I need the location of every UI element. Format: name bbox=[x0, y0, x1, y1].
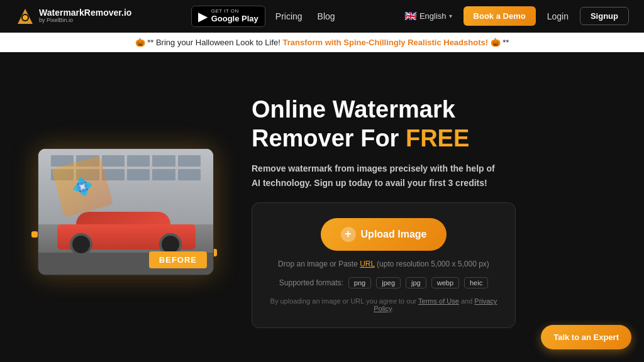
hero-title-line2: Remover For bbox=[252, 125, 406, 151]
navbar: WatermarkRemover.io by PixelBin.io ▶ GET… bbox=[0, 0, 644, 33]
format-webp: webp bbox=[431, 277, 459, 288]
promo-banner: 🎃 ** Bring your Halloween Look to Life! … bbox=[0, 33, 644, 52]
navbar-center: ▶ GET IT ON Google Play Pricing Blog bbox=[191, 6, 340, 27]
logo-icon bbox=[15, 6, 35, 26]
hero-title-free: FREE bbox=[406, 125, 469, 151]
nav-pricing[interactable]: Pricing bbox=[270, 9, 308, 24]
hero-title-line1: Online Watermark bbox=[252, 96, 455, 123]
brand-sub: by PixelBin.io bbox=[39, 18, 131, 24]
format-jpeg: jpeg bbox=[376, 277, 401, 288]
hero-subtitle: Remove watermark from images precisely w… bbox=[252, 162, 503, 190]
main-content: 💠 BEFORE Online Watermark Remover For FR… bbox=[0, 52, 644, 359]
upload-button-label: Upload Image bbox=[361, 229, 427, 240]
signup-button[interactable]: Signup bbox=[580, 7, 629, 25]
navbar-right: 🇬🇧 English ▾ Book a Demo Login Signup bbox=[399, 6, 629, 26]
svg-point-2 bbox=[23, 15, 28, 20]
before-label: BEFORE bbox=[149, 251, 207, 268]
drop-text: Drop an image or Paste URL (upto resolut… bbox=[270, 260, 497, 268]
play-store-icon: ▶ bbox=[198, 9, 208, 24]
deco-square-3 bbox=[31, 231, 38, 238]
chevron-down-icon: ▾ bbox=[449, 13, 452, 19]
talk-to-expert-button[interactable]: Talk to an Expert bbox=[541, 325, 631, 349]
book-demo-button[interactable]: Book a Demo bbox=[464, 6, 536, 26]
tos-middle: and bbox=[459, 297, 474, 305]
upload-box: + Upload Image Drop an image or Paste UR… bbox=[252, 202, 516, 328]
banner-link[interactable]: Transform with Spine-Chillingly Realisti… bbox=[283, 38, 489, 47]
login-button[interactable]: Login bbox=[542, 9, 574, 24]
tos-suffix: . bbox=[392, 305, 394, 312]
drop-prefix: Drop an image or Paste bbox=[278, 260, 360, 268]
plus-icon: + bbox=[341, 227, 356, 242]
tos-text: By uploading an image or URL you agree t… bbox=[270, 297, 497, 312]
banner-prefix: 🎃 ** Bring your Halloween Look to Life! bbox=[135, 38, 283, 47]
drop-suffix: (upto resolution 5,000 x 5,000 px) bbox=[375, 260, 489, 268]
image-section: 💠 BEFORE bbox=[38, 148, 214, 275]
google-play-button[interactable]: ▶ GET IT ON Google Play bbox=[191, 6, 265, 27]
language-selector[interactable]: 🇬🇧 English ▾ bbox=[399, 8, 457, 25]
url-link[interactable]: URL bbox=[360, 260, 375, 268]
content-section: Online Watermark Remover For FREE Remove… bbox=[252, 96, 606, 328]
navbar-left: WatermarkRemover.io by PixelBin.io bbox=[15, 6, 131, 26]
play-text-bottom: Google Play bbox=[211, 14, 258, 23]
lang-label: English bbox=[419, 11, 447, 21]
format-jpg: jpg bbox=[406, 277, 426, 288]
terms-link[interactable]: Terms of Use bbox=[418, 297, 459, 305]
formats-row: Supported formats: png jpeg jpg webp hei… bbox=[270, 277, 497, 288]
before-image-card: 💠 BEFORE bbox=[38, 148, 214, 275]
format-png: png bbox=[348, 277, 371, 288]
hero-title: Online Watermark Remover For FREE bbox=[252, 96, 606, 153]
format-heic: heic bbox=[464, 277, 488, 288]
formats-label: Supported formats: bbox=[279, 278, 343, 287]
car-wheel-left bbox=[70, 233, 92, 256]
play-text: GET IT ON Google Play bbox=[211, 9, 258, 23]
logo-text: WatermarkRemover.io by PixelBin.io bbox=[39, 8, 131, 24]
nav-blog[interactable]: Blog bbox=[313, 9, 340, 24]
flag-icon: 🇬🇧 bbox=[404, 10, 417, 22]
tos-prefix: By uploading an image or URL you agree t… bbox=[270, 297, 418, 305]
banner-suffix: 🎃 ** bbox=[491, 38, 509, 47]
upload-image-button[interactable]: + Upload Image bbox=[321, 218, 447, 251]
brand-name: WatermarkRemover.io bbox=[39, 8, 131, 18]
